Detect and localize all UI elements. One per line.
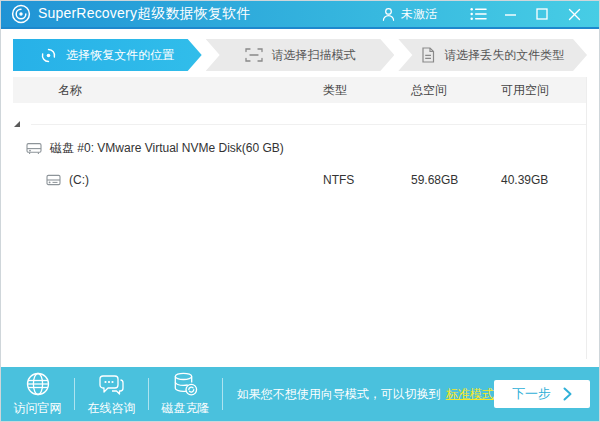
wizard-steps: 选择恢复文件的位置 请选择扫描模式 请选择丢失的文件类型 xyxy=(1,29,599,77)
drive-partition-icon xyxy=(46,174,61,186)
titlebar: SuperRecovery超级数据恢复软件 未激活 xyxy=(1,1,599,29)
tree-root-divider xyxy=(31,124,586,125)
table-row-partition-c[interactable]: (C:) NTFS 59.68GB 40.39GB xyxy=(13,167,586,193)
partition-type: NTFS xyxy=(323,173,411,187)
step-file-type[interactable]: 请选择丢失的文件类型 xyxy=(398,39,587,71)
tree-root-row xyxy=(13,117,586,131)
list-header: 名称 类型 总空间 可用空间 xyxy=(13,77,586,103)
hard-disk-icon xyxy=(26,142,42,155)
table-row-disk0[interactable]: 磁盘 #0: VMware Virtual NVMe Disk(60 GB) xyxy=(13,135,586,161)
step-label: 请选择丢失的文件类型 xyxy=(444,47,564,64)
user-icon xyxy=(381,7,396,22)
column-total-space: 总空间 xyxy=(411,82,501,99)
globe-icon xyxy=(25,371,51,397)
next-step-button[interactable]: 下一步 xyxy=(494,380,590,408)
recovery-location-icon xyxy=(40,47,57,64)
chevron-right-icon xyxy=(563,387,572,401)
standard-mode-link[interactable]: 标准模式 xyxy=(446,386,494,403)
activation-label: 未激活 xyxy=(401,6,437,23)
scan-mode-icon xyxy=(245,48,263,62)
step-label: 请选择扫描模式 xyxy=(272,47,356,64)
column-type: 类型 xyxy=(323,82,411,99)
menu-list-icon[interactable] xyxy=(463,2,493,26)
hint-text: 如果您不想使用向导模式，可以切换到 xyxy=(237,386,441,403)
minimize-button[interactable] xyxy=(495,2,525,26)
partition-free-space: 40.39GB xyxy=(501,173,589,187)
wizard-mode-hint: 如果您不想使用向导模式，可以切换到 标准模式 xyxy=(237,386,494,403)
online-support-button[interactable]: 在线咨询 xyxy=(75,367,148,421)
quick-link-label: 磁盘克隆 xyxy=(161,400,209,417)
disk-clone-icon xyxy=(172,371,198,397)
app-logo-icon xyxy=(11,4,31,24)
activation-status[interactable]: 未激活 xyxy=(381,6,437,23)
lost-file-type-icon xyxy=(421,47,435,63)
partition-total-space: 59.68GB xyxy=(411,173,501,187)
drive-list: 名称 类型 总空间 可用空间 磁盘 #0: VMware Virtual NVM… xyxy=(13,77,587,359)
disk-name: 磁盘 #0: VMware Virtual NVMe Disk(60 GB) xyxy=(50,140,284,157)
step-scan-mode[interactable]: 请选择扫描模式 xyxy=(206,39,395,71)
next-button-label: 下一步 xyxy=(512,385,551,403)
tree-expander-icon[interactable] xyxy=(13,120,21,128)
app-title: SuperRecovery超级数据恢复软件 xyxy=(38,5,251,23)
step-label: 选择恢复文件的位置 xyxy=(66,47,174,64)
column-name: 名称 xyxy=(13,82,323,99)
disk-clone-button[interactable]: 磁盘克隆 xyxy=(149,367,222,421)
maximize-button[interactable] xyxy=(527,2,557,26)
quick-link-label: 访问官网 xyxy=(14,400,62,417)
app-window: SuperRecovery超级数据恢复软件 未激活 xyxy=(0,0,600,422)
visit-website-button[interactable]: 访问官网 xyxy=(1,367,74,421)
bottom-toolbar: 访问官网 在线咨询 xyxy=(1,367,599,421)
step-select-location[interactable]: 选择恢复文件的位置 xyxy=(13,39,202,71)
close-button[interactable] xyxy=(559,2,589,26)
chat-icon xyxy=(98,372,125,397)
divider xyxy=(222,378,223,410)
partition-name: (C:) xyxy=(69,173,89,187)
column-free-space: 可用空间 xyxy=(501,82,589,99)
quick-link-label: 在线咨询 xyxy=(87,400,135,417)
